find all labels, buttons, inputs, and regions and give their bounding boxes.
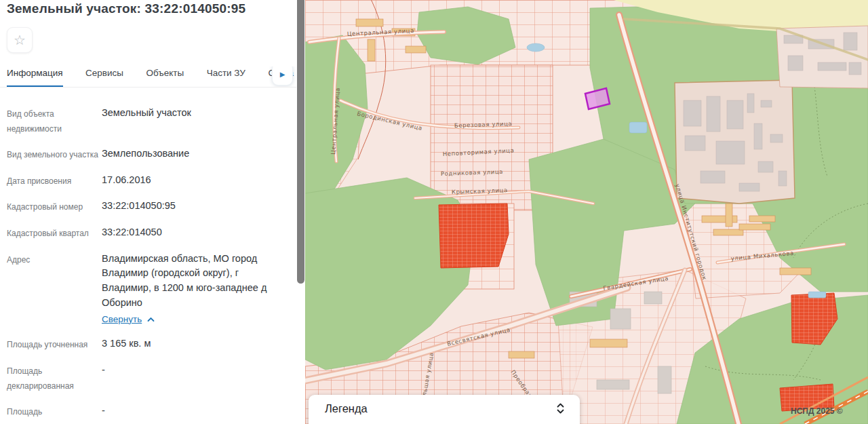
tab-bar: Информация Сервисы Объекты Части ЗУ Сост… (0, 66, 296, 88)
industrial-complex (675, 80, 795, 204)
page-title: Земельный участок: 33:22:014050:95 (0, 0, 296, 16)
attributes-list: Вид объекта недвижимости Земельный участ… (0, 106, 296, 424)
attribute-row-area-refined: Площадь уточненная 3 165 кв. м (7, 336, 285, 353)
unfold-chevrons-icon (556, 402, 565, 415)
tab-information[interactable]: Информация (7, 68, 63, 88)
chevron-up-icon (147, 317, 155, 322)
legend-title: Легенда (325, 402, 368, 415)
address-collapse-link[interactable]: Свернуть (102, 313, 155, 326)
attribute-row-assign-date: Дата присвоения 17.06.2016 (7, 173, 285, 189)
attribute-row-object-kind: Вид объекта недвижимости Земельный участ… (7, 106, 285, 136)
nspd-app: Земельный участок: 33:22:014050:95 ☆ Инф… (0, 0, 868, 424)
industrial-block-2 (776, 26, 868, 88)
tab-objects[interactable]: Объекты (146, 68, 184, 85)
tabs-scroll-right-button[interactable]: ▶ (272, 66, 293, 85)
favorite-button[interactable]: ☆ (7, 27, 33, 53)
address-text: Владимирская область, МО город Владимир … (102, 253, 267, 308)
map-viewport[interactable]: Центральная улица Центральная улица Боро… (305, 0, 868, 424)
panel-scrollbar-track[interactable] (296, 0, 305, 424)
attribute-row-area: Площадь - (7, 404, 285, 420)
map-attribution: НСПД 2025 © (791, 406, 843, 416)
tab-parts[interactable]: Части ЗУ (207, 68, 245, 85)
attribute-row-area-declared: Площадь декларированная - (7, 363, 285, 393)
arrow-right-icon: ▶ (280, 71, 285, 78)
attribute-row-cadastral-quarter: Кадастровый квартал 33:22:014050 (7, 225, 285, 242)
map-canvas[interactable]: Центральная улица Центральная улица Боро… (305, 0, 868, 424)
star-icon: ☆ (14, 32, 26, 48)
attribute-row-parcel-kind: Вид земельного участка Землепользование (7, 147, 285, 163)
attribute-row-address: Адрес Владимирская область, МО город Вла… (7, 252, 285, 327)
object-info-panel: Земельный участок: 33:22:014050:95 ☆ Инф… (0, 0, 296, 424)
tab-services[interactable]: Сервисы (85, 68, 123, 85)
panel-scrollbar-thumb[interactable] (297, 0, 304, 284)
attribute-row-cadastral-number: Кадастровый номер 33:22:014050:95 (7, 199, 285, 215)
legend-bar[interactable]: Легенда (309, 395, 580, 424)
